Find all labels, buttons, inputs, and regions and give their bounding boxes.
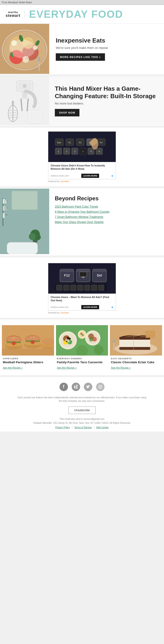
eclair-image (110, 325, 162, 356)
help-center-link[interactable]: Help Center (96, 426, 108, 429)
svg-rect-85 (93, 270, 106, 272)
facebook-icon[interactable] (60, 383, 68, 391)
svg-rect-147 (113, 339, 114, 343)
svg-text:6: 6 (99, 150, 100, 153)
svg-point-120 (67, 337, 69, 339)
svg-rect-79 (80, 272, 86, 276)
svg-point-135 (82, 334, 84, 336)
svg-text:1: 1 (58, 150, 59, 153)
section-divider-4 (0, 256, 164, 257)
ad-indicator-1: ▶ (112, 174, 113, 177)
social-icons-row (60, 383, 104, 391)
section-divider-5 (0, 318, 164, 320)
svg-text:F4: F4 (100, 142, 102, 144)
email-note: This email was sent to xxxxxxx@gmail.com (60, 418, 104, 420)
sliders-image (2, 325, 54, 356)
ad-box-2[interactable]: F12 ⌨ Del (48, 263, 116, 311)
publication-title: EVERYDAY FOOD (29, 9, 123, 20)
beyond-link-1[interactable]: 2023 Bathroom Paint Color Trends (55, 205, 158, 208)
svg-text:3: 3 (74, 150, 75, 153)
instagram-icon[interactable] (96, 383, 104, 391)
svg-text:F2: F2 (79, 142, 81, 144)
recipe-category-2: EVERYDAY DINNERS (57, 358, 107, 360)
svg-rect-63 (5, 206, 7, 210)
svg-text:Del: Del (97, 274, 102, 277)
beyond-recipes-section: Beyond Recipes 2023 Bathroom Paint Color… (0, 189, 164, 255)
beyond-link-2[interactable]: 9 Ways to Organize Your Bathroom Counter (55, 210, 158, 214)
svg-point-8 (33, 45, 38, 50)
inexpensive-eats-image (0, 24, 49, 74)
ad-source-1: antivirus-news.com (51, 174, 69, 177)
section-divider-2 (0, 126, 164, 128)
terms-of-service-link[interactable]: Terms of Service (74, 426, 92, 429)
browser-tab: Pork-Meatball Skillet Bake (0, 0, 164, 5)
svg-rect-62 (3, 206, 5, 210)
svg-point-107 (34, 337, 35, 338)
learn-more-button-2[interactable]: LEARN MORE (81, 305, 99, 309)
svg-text:⌨: ⌨ (82, 276, 84, 278)
svg-rect-84 (77, 270, 90, 272)
svg-rect-29 (48, 132, 116, 162)
ad-indicator-2: ▶ (112, 306, 113, 308)
taco-image (56, 325, 108, 356)
svg-text:Esc: Esc (57, 141, 61, 144)
svg-rect-110 (2, 349, 54, 356)
svg-point-129 (89, 338, 93, 342)
ad-source-2: antivirus-news.com (51, 306, 69, 308)
privacy-policy-link[interactable]: Privacy Policy (55, 426, 70, 429)
svg-rect-59 (2, 214, 8, 215)
beyond-link-4[interactable]: Make Your Glass Shower Door Sparkle (55, 220, 158, 224)
pinterest-icon[interactable] (72, 383, 80, 391)
svg-point-100 (15, 338, 16, 338)
svg-rect-14 (38, 57, 39, 62)
svg-point-124 (65, 338, 67, 341)
twitter-icon[interactable] (84, 383, 92, 391)
beyond-link-3[interactable]: 7 Smart Bathroom Window Treatments (55, 215, 158, 218)
svg-point-68 (35, 234, 41, 240)
recipe-cards-section: APPETIZERS Meatball Parmigiana Sliders S… (0, 322, 164, 375)
svg-rect-70 (8, 244, 36, 253)
svg-rect-91 (84, 285, 90, 290)
recipe-name-2: Family-Favorite Taco Casserole (57, 360, 107, 364)
svg-rect-140 (119, 347, 150, 350)
recipe-link-1[interactable]: See the Recipe » (3, 366, 23, 369)
ad-section-2: F12 ⌨ Del (0, 259, 164, 318)
copyright-text: Dotdash Meredith. 225 Liberty St. 4th Fl… (33, 422, 131, 424)
learn-more-button-1[interactable]: LEARN MORE (81, 174, 99, 178)
svg-point-121 (69, 338, 71, 340)
shop-now-button[interactable]: SHOP NOW (55, 109, 79, 116)
svg-point-7 (11, 40, 17, 46)
svg-rect-26 (12, 101, 14, 106)
svg-rect-64 (3, 213, 5, 218)
ad-footer-1: antivirus-news.com LEARN MORE ▶ (48, 172, 116, 179)
svg-point-53 (91, 138, 98, 150)
recipe-category-3: EASY DESSERTS (111, 358, 161, 360)
social-footer: Each product we feature has been indepen… (0, 377, 164, 432)
svg-rect-93 (98, 285, 104, 290)
svg-text:F12: F12 (64, 274, 70, 277)
recipe-card-2: EVERYDAY DINNERS Family-Favorite Taco Ca… (56, 325, 108, 372)
inexpensive-eats-content: Inexpensive Eats We're sure you'll make … (49, 24, 164, 74)
ad-box-1[interactable]: Esc F1 F2 F3 F4 1 2 3 (48, 131, 116, 179)
recipe-card-1-content: APPETIZERS Meatball Parmigiana Sliders S… (2, 356, 54, 372)
svg-rect-145 (146, 332, 154, 338)
more-recipes-button[interactable]: MORE RECIPES LIKE THIS » (56, 53, 105, 61)
section-divider-1 (0, 74, 164, 76)
powered-by-text-1: Powered by (48, 180, 59, 182)
svg-point-67 (29, 233, 36, 240)
svg-point-108 (12, 342, 16, 345)
recipe-link-3[interactable]: See the Recipe » (111, 366, 130, 369)
unsubscribe-button[interactable]: Unsubscribe (68, 406, 96, 414)
tab-title: Pork-Meatball Skillet Bake (2, 1, 32, 4)
section-divider-3 (0, 186, 164, 188)
footer-links-row: Privacy Policy | Terms of Service | Help… (55, 426, 108, 429)
svg-rect-23 (27, 98, 29, 111)
ad-headline-1: Chrome Users Didn't Know How To Instantl… (48, 162, 116, 172)
svg-point-109 (31, 340, 35, 344)
recipe-card-1: APPETIZERS Meatball Parmigiana Sliders S… (2, 325, 54, 372)
logo-line2: stewart (6, 14, 20, 18)
recipe-link-2[interactable]: See the Recipe » (57, 366, 77, 369)
recipe-card-2-content: EVERYDAY DINNERS Family-Favorite Taco Ca… (56, 356, 108, 372)
beyond-content: Beyond Recipes 2023 Bathroom Paint Color… (49, 189, 164, 255)
svg-rect-92 (91, 285, 97, 290)
